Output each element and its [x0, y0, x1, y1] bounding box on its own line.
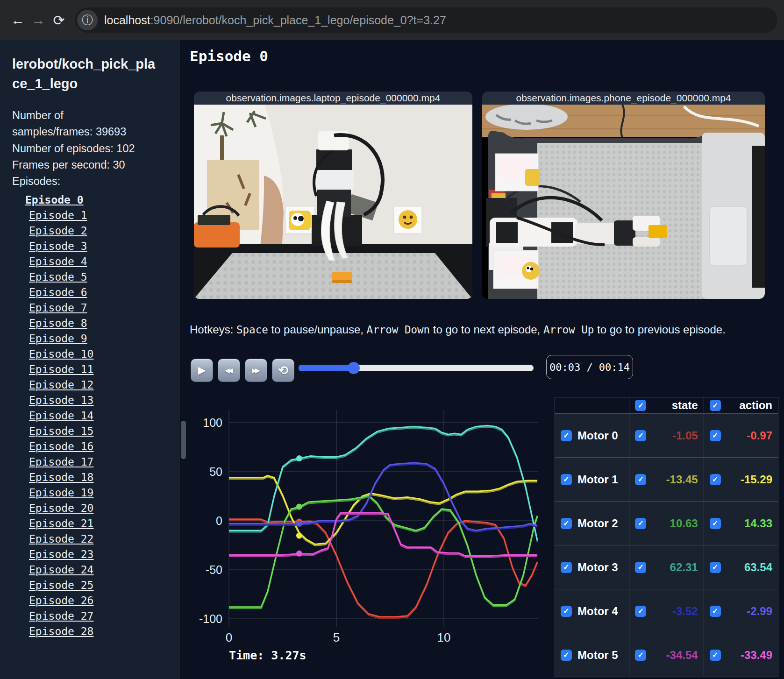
site-info-icon[interactable]: ⓘ: [77, 10, 98, 30]
reload-icon[interactable]: ⟳: [49, 12, 69, 28]
motor-5-action-checkbox[interactable]: [710, 650, 721, 661]
fast-forward-button[interactable]: ▶▶: [245, 359, 267, 382]
motor-4-checkbox[interactable]: [561, 606, 572, 617]
sidebar-link-episode-19[interactable]: Episode 19: [29, 487, 93, 499]
svg-text:50: 50: [209, 465, 222, 478]
motor-3-state-checkbox[interactable]: [635, 562, 646, 573]
state-column-checkbox[interactable]: [635, 400, 646, 411]
episode-list-item: Episode 5: [29, 269, 180, 285]
motor-2-action-value: 14.33: [744, 517, 772, 530]
sidebar-link-episode-3[interactable]: Episode 3: [29, 240, 87, 252]
sidebar-link-episode-25[interactable]: Episode 25: [29, 579, 93, 591]
address-bar[interactable]: ⓘ localhost:9090/lerobot/koch_pick_place…: [75, 7, 777, 33]
forward-icon[interactable]: →: [28, 12, 49, 28]
dataset-stats: Number of samples/frames: 39693 Number o…: [12, 107, 139, 190]
table-row-motor-2: Motor 210.6314.33: [555, 502, 778, 545]
motor-2-label: Motor 2: [577, 517, 623, 530]
seek-slider[interactable]: [299, 365, 534, 371]
sidebar-link-episode-0[interactable]: Episode 0: [25, 194, 84, 206]
motor-2-action-checkbox[interactable]: [710, 518, 721, 529]
episode-list-item: Episode 28: [29, 624, 180, 639]
episode-list-item: Episode 25: [29, 578, 180, 593]
scrollbar-thumb[interactable]: [181, 421, 186, 459]
motor-3-checkbox[interactable]: [561, 562, 572, 573]
episode-list-item: Episode 18: [29, 470, 180, 485]
loop-button[interactable]: ⟲: [272, 359, 294, 382]
motor-5-state-checkbox[interactable]: [635, 650, 646, 661]
sidebar-link-episode-4[interactable]: Episode 4: [29, 255, 87, 268]
sidebar-link-episode-23[interactable]: Episode 23: [29, 548, 93, 560]
sidebar-link-episode-2[interactable]: Episode 2: [29, 225, 87, 237]
video-laptop-camera[interactable]: observation.images.laptop_episode_000000…: [194, 92, 472, 299]
motor-1-checkbox[interactable]: [561, 474, 572, 485]
motor-0-name-cell: Motor 0: [555, 414, 629, 458]
motor-1-label: Motor 1: [577, 473, 623, 486]
video-phone-camera[interactable]: observation.images.phone_episode_000000.…: [482, 92, 765, 299]
motor-5-state-value: -34.54: [666, 649, 698, 662]
sidebar-link-episode-8[interactable]: Episode 8: [29, 317, 87, 329]
sidebar-link-episode-22[interactable]: Episode 22: [29, 533, 93, 545]
sidebar-link-episode-15[interactable]: Episode 15: [29, 425, 93, 437]
sidebar-link-episode-1[interactable]: Episode 1: [29, 209, 87, 221]
seek-slider-fill: [299, 365, 354, 371]
loop-icon: ⟲: [278, 363, 288, 378]
sidebar-link-episode-17[interactable]: Episode 17: [29, 456, 93, 468]
motor-1-action-checkbox[interactable]: [710, 474, 721, 485]
motor-0-action-checkbox[interactable]: [710, 430, 721, 441]
sidebar-link-episode-7[interactable]: Episode 7: [29, 302, 87, 314]
action-column-checkbox[interactable]: [710, 400, 721, 411]
motor-0-state-cell: -1.05: [629, 414, 704, 458]
motor-5-name-cell: Motor 5: [555, 633, 629, 677]
sidebar-link-episode-28[interactable]: Episode 28: [29, 625, 93, 637]
motor-2-action-cell: 14.33: [704, 502, 778, 545]
motor-5-checkbox[interactable]: [561, 650, 572, 661]
motor-4-action-checkbox[interactable]: [710, 606, 721, 617]
sidebar-link-episode-16[interactable]: Episode 16: [29, 440, 93, 453]
sidebar-link-episode-13[interactable]: Episode 13: [29, 394, 93, 406]
time-display: 00:03 / 00:14: [546, 355, 633, 379]
svg-text:Time: 3.27s: Time: 3.27s: [229, 649, 306, 662]
motor-2-state-checkbox[interactable]: [635, 518, 646, 529]
sidebar-link-episode-14[interactable]: Episode 14: [29, 410, 93, 422]
rewind-button[interactable]: ◀◀: [218, 359, 240, 382]
episode-list-item: Episode 20: [29, 501, 180, 516]
motor-4-state-checkbox[interactable]: [635, 606, 646, 617]
sidebar-link-episode-24[interactable]: Episode 24: [29, 564, 93, 576]
episode-list-item: Episode 2: [29, 223, 180, 239]
table-header-empty: [555, 397, 629, 414]
motor-5-label: Motor 5: [577, 649, 623, 662]
sidebar-link-episode-20[interactable]: Episode 20: [29, 502, 93, 514]
motor-2-state-value: 10.63: [670, 517, 698, 530]
sidebar-link-episode-21[interactable]: Episode 21: [29, 517, 93, 530]
episode-list-item: Episode 23: [29, 547, 180, 562]
motor-0-state-checkbox[interactable]: [635, 430, 646, 441]
motor-3-state-cell: 62.31: [629, 545, 704, 589]
sidebar-link-episode-18[interactable]: Episode 18: [29, 471, 93, 483]
motor-0-checkbox[interactable]: [561, 430, 572, 441]
motor-1-state-checkbox[interactable]: [635, 474, 646, 485]
sidebar-link-episode-10[interactable]: Episode 10: [29, 348, 93, 360]
motor-1-name-cell: Motor 1: [555, 458, 629, 502]
stat-fps: Frames per second: 30: [12, 157, 139, 173]
sidebar-link-episode-12[interactable]: Episode 12: [29, 379, 93, 391]
sidebar-link-episode-9[interactable]: Episode 9: [29, 332, 87, 345]
motor-3-label: Motor 3: [577, 561, 623, 574]
episode-list-item: Episode 13: [29, 393, 180, 408]
url-path: :9090/lerobot/koch_pick_place_1_lego/epi…: [150, 14, 446, 27]
motor-0-state-value: -1.05: [672, 429, 698, 442]
seek-slider-thumb[interactable]: [348, 362, 360, 374]
video-laptop-title: observation.images.laptop_episode_000000…: [194, 92, 472, 105]
sidebar-link-episode-26[interactable]: Episode 26: [29, 594, 93, 607]
motor-chart[interactable]: 100500-50-1000510Time: 3.27s: [186, 402, 546, 663]
motor-3-action-checkbox[interactable]: [710, 562, 721, 573]
play-button[interactable]: ▶: [191, 359, 213, 382]
sidebar-link-episode-27[interactable]: Episode 27: [29, 610, 93, 622]
lerobot-dataset-visualizer: ← → ⟳ ⓘ localhost:9090/lerobot/koch_pick…: [0, 0, 784, 679]
url-host: localhost: [104, 14, 150, 27]
sidebar-link-episode-5[interactable]: Episode 5: [29, 271, 87, 283]
back-icon[interactable]: ←: [7, 12, 28, 28]
sidebar-link-episode-11[interactable]: Episode 11: [29, 363, 93, 375]
motor-2-checkbox[interactable]: [561, 518, 572, 529]
sidebar-link-episode-6[interactable]: Episode 6: [29, 286, 87, 298]
episode-list-item: Episode 12: [29, 377, 180, 393]
